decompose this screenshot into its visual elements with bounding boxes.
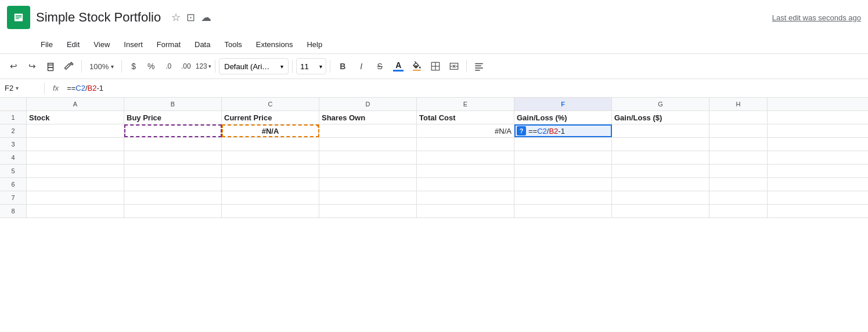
merge-button[interactable]: [445, 58, 463, 75]
font-selector[interactable]: Default (Ari… ▾: [219, 58, 289, 74]
percent-button[interactable]: %: [143, 58, 159, 74]
cell-g8[interactable]: [612, 205, 709, 217]
cell-a1[interactable]: Stock: [27, 111, 124, 124]
cell-e2[interactable]: #N/A: [417, 124, 514, 137]
cell-e1[interactable]: Total Cost: [417, 111, 514, 124]
cell-f8[interactable]: [514, 205, 612, 217]
cell-h7[interactable]: [709, 191, 768, 204]
cell-h5[interactable]: [709, 165, 768, 177]
cell-f3[interactable]: [514, 138, 612, 151]
text-color-button[interactable]: A: [390, 58, 407, 75]
currency-button[interactable]: $: [125, 58, 142, 74]
cell-d3[interactable]: [319, 138, 417, 151]
cell-d4[interactable]: [319, 151, 417, 164]
star-icon[interactable]: ☆: [171, 11, 181, 24]
print-button[interactable]: [42, 58, 59, 75]
col-header-a[interactable]: A: [27, 98, 124, 110]
col-header-f[interactable]: F: [514, 98, 612, 110]
cell-h3[interactable]: [709, 138, 768, 151]
cell-b2[interactable]: [124, 124, 222, 137]
cell-e6[interactable]: [417, 178, 514, 191]
cell-g7[interactable]: [612, 191, 709, 204]
cell-g4[interactable]: [612, 151, 709, 164]
cell-b6[interactable]: [124, 178, 222, 191]
cell-a5[interactable]: [27, 165, 124, 177]
cell-g5[interactable]: [612, 165, 709, 177]
cell-c2[interactable]: #N/A: [222, 124, 319, 137]
bold-button[interactable]: B: [334, 58, 351, 75]
cell-h1[interactable]: [709, 111, 768, 124]
cell-e3[interactable]: [417, 138, 514, 151]
cell-a8[interactable]: [27, 205, 124, 217]
cell-b5[interactable]: [124, 165, 222, 177]
col-header-g[interactable]: G: [612, 98, 709, 110]
cell-a2[interactable]: [27, 124, 124, 137]
more-formats-button[interactable]: 123▾: [195, 58, 211, 74]
cell-f7[interactable]: [514, 191, 612, 204]
paint-format-button[interactable]: [60, 58, 78, 75]
cloud-icon[interactable]: ☁: [201, 11, 211, 24]
cell-h4[interactable]: [709, 151, 768, 164]
cell-c1[interactable]: Current Price: [222, 111, 319, 124]
move-icon[interactable]: ⊡: [186, 11, 195, 24]
col-header-e[interactable]: E: [417, 98, 514, 110]
cell-c6[interactable]: [222, 178, 319, 191]
cell-e4[interactable]: [417, 151, 514, 164]
cell-g1[interactable]: Gain/Loss ($): [612, 111, 709, 124]
italic-button[interactable]: I: [352, 58, 370, 75]
cell-g2[interactable]: [612, 124, 709, 137]
cell-a7[interactable]: [27, 191, 124, 204]
cell-d2[interactable]: [319, 124, 417, 137]
cell-a6[interactable]: [27, 178, 124, 191]
cell-b4[interactable]: [124, 151, 222, 164]
zoom-control[interactable]: 100% ▾: [85, 58, 118, 74]
menu-format[interactable]: Format: [151, 38, 186, 51]
cell-d1[interactable]: Shares Own: [319, 111, 417, 124]
font-size-selector[interactable]: 11 ▾: [296, 58, 326, 74]
col-header-h[interactable]: H: [709, 98, 768, 110]
borders-button[interactable]: [427, 58, 444, 75]
cell-e5[interactable]: [417, 165, 514, 177]
menu-tools[interactable]: Tools: [218, 38, 247, 51]
cell-d6[interactable]: [319, 178, 417, 191]
col-header-b[interactable]: B: [124, 98, 222, 110]
undo-button[interactable]: ↩: [5, 58, 22, 75]
menu-extensions[interactable]: Extensions: [250, 38, 299, 51]
cell-e8[interactable]: [417, 205, 514, 217]
cell-g3[interactable]: [612, 138, 709, 151]
align-button[interactable]: [470, 58, 488, 75]
cell-c8[interactable]: [222, 205, 319, 217]
menu-view[interactable]: View: [88, 38, 116, 51]
cell-f1[interactable]: Gain/Loss (%): [514, 111, 612, 124]
cell-c7[interactable]: [222, 191, 319, 204]
cell-ref-dropdown[interactable]: ▾: [16, 85, 19, 91]
cell-h6[interactable]: [709, 178, 768, 191]
cell-h8[interactable]: [709, 205, 768, 217]
cell-f5[interactable]: [514, 165, 612, 177]
cell-b7[interactable]: [124, 191, 222, 204]
cell-reference-box[interactable]: F2 ▾: [5, 84, 39, 92]
menu-data[interactable]: Data: [189, 38, 216, 51]
decimal-less-button[interactable]: .0: [160, 58, 177, 74]
cell-d8[interactable]: [319, 205, 417, 217]
cell-e7[interactable]: [417, 191, 514, 204]
cell-h2[interactable]: [709, 124, 768, 137]
cell-c5[interactable]: [222, 165, 319, 177]
cell-b1[interactable]: Buy Price: [124, 111, 222, 124]
cell-f4[interactable]: [514, 151, 612, 164]
cell-a4[interactable]: [27, 151, 124, 164]
cell-b3[interactable]: [124, 138, 222, 151]
fill-color-button[interactable]: [408, 58, 426, 75]
cell-c4[interactable]: [222, 151, 319, 164]
col-header-c[interactable]: C: [222, 98, 319, 110]
decimal-more-button[interactable]: .00: [178, 58, 194, 74]
col-header-d[interactable]: D: [319, 98, 417, 110]
menu-file[interactable]: File: [35, 38, 59, 51]
cell-f2[interactable]: ? ==C2/B2-1: [514, 124, 612, 137]
cell-d5[interactable]: [319, 165, 417, 177]
strikethrough-button[interactable]: S: [371, 58, 388, 75]
cell-c3[interactable]: [222, 138, 319, 151]
menu-edit[interactable]: Edit: [61, 38, 85, 51]
cell-d7[interactable]: [319, 191, 417, 204]
cell-g6[interactable]: [612, 178, 709, 191]
